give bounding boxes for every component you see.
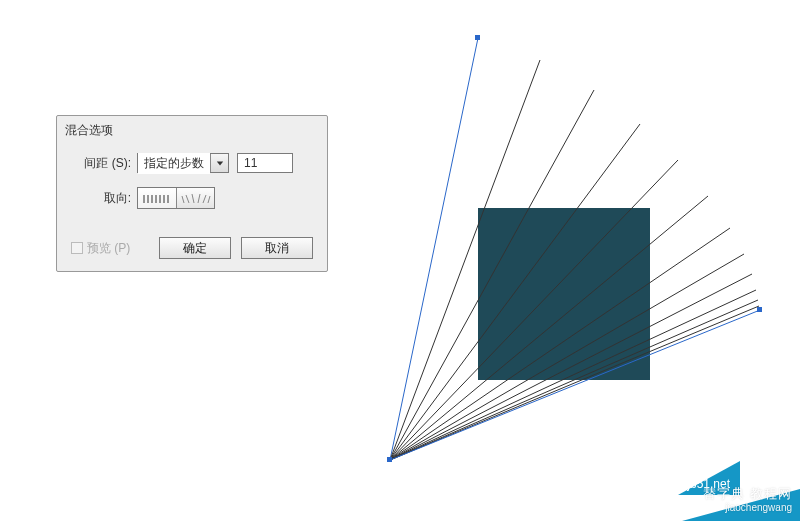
ok-button[interactable]: 确定 — [159, 237, 231, 259]
spacing-mode-select[interactable]: 指定的步数 — [137, 153, 229, 173]
cancel-button[interactable]: 取消 — [241, 237, 313, 259]
spacing-mode-value: 指定的步数 — [138, 153, 210, 174]
svg-line-10 — [192, 194, 194, 203]
svg-line-9 — [186, 195, 189, 203]
svg-line-12 — [203, 195, 206, 203]
spacing-row: 间距 (S): 指定的步数 11 — [71, 153, 313, 173]
blend-options-dialog: 混合选项 间距 (S): 指定的步数 11 取向: — [56, 115, 328, 272]
anchor-point[interactable] — [475, 35, 480, 40]
steps-value: 11 — [244, 156, 257, 170]
anchor-point[interactable] — [757, 307, 762, 312]
svg-marker-0 — [216, 161, 222, 165]
svg-line-8 — [182, 196, 184, 203]
align-to-path-icon[interactable] — [176, 188, 214, 208]
dialog-title: 混合选项 — [57, 116, 327, 143]
align-to-page-icon[interactable] — [138, 188, 176, 208]
dialog-footer: 预览 (P) 确定 取消 — [57, 231, 327, 271]
checkbox-icon — [71, 242, 83, 254]
anchor-point[interactable] — [387, 457, 392, 462]
orientation-toggle — [137, 187, 215, 209]
blend-line-start[interactable] — [390, 38, 478, 460]
preview-label: 预览 (P) — [87, 240, 130, 257]
orientation-row: 取向: — [71, 187, 313, 209]
steps-input[interactable]: 11 — [237, 153, 293, 173]
svg-line-11 — [198, 194, 200, 203]
orientation-label: 取向: — [71, 190, 131, 207]
spacing-label: 间距 (S): — [71, 155, 131, 172]
svg-line-13 — [208, 196, 210, 203]
chevron-down-icon[interactable] — [210, 154, 228, 172]
preview-checkbox: 预览 (P) — [71, 240, 149, 257]
canvas-square[interactable] — [478, 208, 650, 380]
dialog-body: 间距 (S): 指定的步数 11 取向: — [57, 143, 327, 231]
watermark: jb51.net 替字典 教程网 jiaochengwang — [660, 461, 800, 521]
watermark-text: 替字典 教程网 jiaochengwang — [703, 487, 792, 515]
